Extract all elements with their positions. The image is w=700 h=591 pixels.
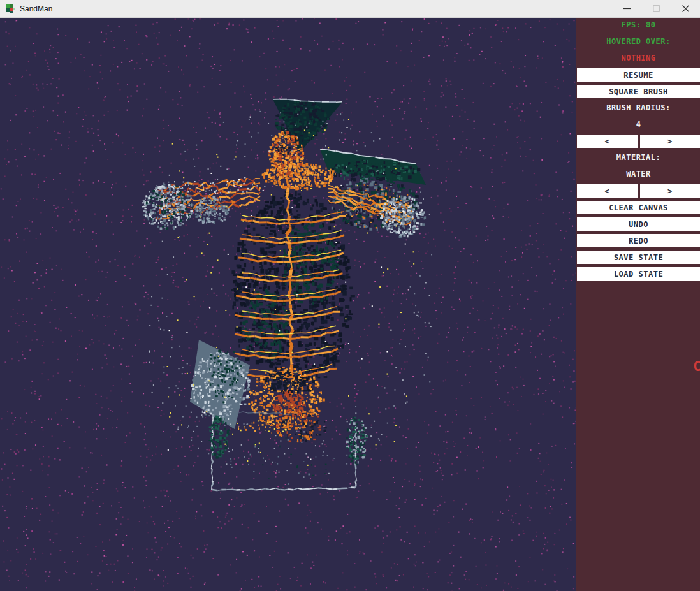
window-controls: [612, 0, 700, 17]
square-brush-button[interactable]: SQUARE BRUSH: [577, 85, 700, 98]
content-area: FPS: 80 HOVERED OVER: NOTHING RESUME SQU…: [0, 18, 700, 591]
material-next-button[interactable]: >: [640, 184, 700, 198]
brush-radius-decrease-button[interactable]: <: [577, 135, 638, 148]
brush-radius-increase-button[interactable]: >: [640, 135, 700, 148]
save-state-button[interactable]: SAVE STATE: [577, 251, 700, 264]
resume-button[interactable]: RESUME: [577, 68, 700, 82]
close-button[interactable]: [671, 0, 700, 17]
brush-radius-stepper: < >: [577, 135, 700, 148]
hovered-over-value: NOTHING: [577, 52, 700, 65]
material-label: MATERIAL:: [577, 151, 700, 164]
brush-radius-value: 4: [577, 118, 700, 131]
hovered-over-label: HOVERED OVER:: [577, 35, 700, 48]
material-previous-button[interactable]: <: [577, 184, 638, 198]
app-window: SandMan FPS: 80 HOV: [0, 0, 700, 591]
maximize-button[interactable]: [641, 0, 671, 17]
minimize-button[interactable]: [612, 0, 641, 17]
maximize-icon: [653, 5, 660, 12]
material-value: WATER: [577, 168, 700, 181]
redo-button[interactable]: REDO: [577, 234, 700, 247]
material-stepper: < >: [577, 184, 700, 198]
app-icon: [5, 4, 15, 14]
simulation-canvas[interactable]: [0, 18, 576, 591]
minimize-icon: [623, 5, 631, 12]
clear-canvas-button[interactable]: CLEAR CANVAS: [577, 201, 700, 214]
close-icon: [682, 5, 689, 12]
undo-button[interactable]: UNDO: [577, 217, 700, 231]
window-title: SandMan: [20, 4, 612, 13]
title-bar: SandMan: [0, 0, 700, 18]
fps-readout: FPS: 80: [577, 18, 700, 32]
brush-radius-label: BRUSH RADIUS:: [577, 101, 700, 115]
load-state-button[interactable]: LOAD STATE: [577, 267, 700, 281]
sidebar-panel: FPS: 80 HOVERED OVER: NOTHING RESUME SQU…: [576, 18, 700, 591]
